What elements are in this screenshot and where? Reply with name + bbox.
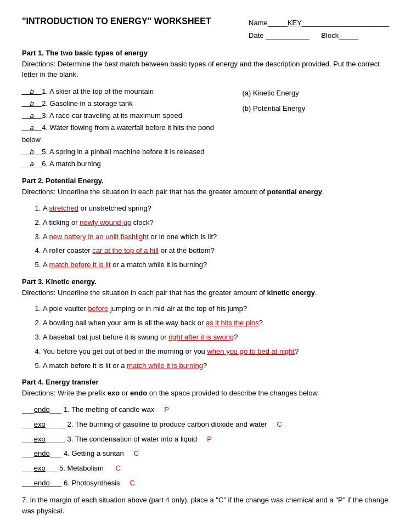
part2-item-1: A stretched or unstretched spring? (43, 203, 389, 214)
part4-item-1: ___endo___ 1. The melting of candle wax … (22, 404, 389, 416)
part1-directions: Directions: Determine the best match bet… (22, 59, 389, 80)
date-block-line: Date ___________ Block_____ (249, 29, 389, 42)
part4-item-4: ___endo___ 4. Getting a suntan C (22, 448, 389, 460)
part3-item-3: A baseball bat just before it is swung o… (43, 332, 389, 343)
part1-heading: Part 1. The two basic types of energy (22, 49, 389, 57)
part4-directions: Directions: Write the prefix exo or endo… (22, 388, 389, 399)
match-item-2: __b__2. Gasoline in a storage tank (22, 98, 224, 110)
key-a: (a) Kinetic Energy (242, 86, 389, 101)
part3-directions: Directions: Underline the situation in e… (22, 287, 389, 298)
part3-list: A pole vaulter before jumping or in mid-… (33, 303, 389, 371)
part3-section: Part 3. Kinetic energy. Directions: Unde… (22, 278, 389, 371)
note-7: 7. In the margin of each situation above… (22, 495, 389, 518)
part3-item-4: You before you get out of bed in the mor… (43, 346, 389, 358)
match-item-1: __b__1. A skier at the top of the mounta… (22, 86, 224, 98)
part2-item-5: A match before it is lit or a match whil… (43, 259, 389, 271)
part2-section: Part 2. Potential Energy. Directions: Un… (22, 177, 389, 270)
part3-item-5: A match before it is lit or a match whil… (43, 360, 389, 372)
match-item-3: __a__3. A race-car traveling at its maxi… (22, 110, 224, 122)
part4-section: Part 4. Energy transfer Directions: Writ… (22, 378, 389, 517)
part1-section: Part 1. The two basic types of energy Di… (22, 49, 389, 171)
match-right-column: (a) Kinetic Energy (b) Potential Energy (242, 86, 389, 171)
part2-item-4: A roller coaster car at the top of a hil… (43, 245, 389, 257)
page-header: "INTRODUCTION TO ENERGY" WORKSHEET Name_… (22, 16, 389, 42)
part4-item-5: ___exo___ 5. Metabolism C (22, 463, 389, 474)
name-line: Name_____KEY______________________ (249, 16, 389, 29)
matching-area: __b__1. A skier at the top of the mounta… (22, 86, 389, 171)
match-item-4: __a__4. Water flowing from a waterfall b… (22, 122, 224, 146)
part2-item-3: A new battery in an unlit flashlight or … (43, 231, 389, 243)
part4-item-6: ___endo___ 6. Photosynthesis C (22, 478, 389, 489)
part3-item-1: A pole vaulter before jumping or in mid-… (43, 303, 389, 315)
part2-heading: Part 2. Potential Energy. (22, 177, 389, 185)
part2-list: A stretched or unstretched spring? A tic… (33, 203, 389, 271)
name-date-block: Name_____KEY______________________ Date … (249, 16, 389, 42)
part4-heading: Part 4. Energy transfer (22, 378, 389, 386)
match-item-5: __b__5. A spring in a pinball machine be… (22, 146, 224, 158)
part2-directions: Directions: Underline the situation in e… (22, 186, 389, 197)
part3-heading: Part 3. Kinetic energy. (22, 278, 389, 286)
page-title: "INTRODUCTION TO ENERGY" WORKSHEET (22, 16, 211, 26)
part3-item-2: A bowling ball when your arm is all the … (43, 318, 389, 329)
match-left-column: __b__1. A skier at the top of the mounta… (22, 86, 224, 171)
part4-item-2: ___exo_____ 2. The burning of gasoline t… (22, 419, 389, 431)
match-item-6: __a__6. A match burning (22, 158, 224, 170)
part4-item-3: ___exo_____ 3. The condensation of water… (22, 434, 389, 445)
key-b: (b) Potential Energy (242, 101, 389, 117)
part2-item-2: A ticking or newly wound-up clock? (43, 217, 389, 229)
